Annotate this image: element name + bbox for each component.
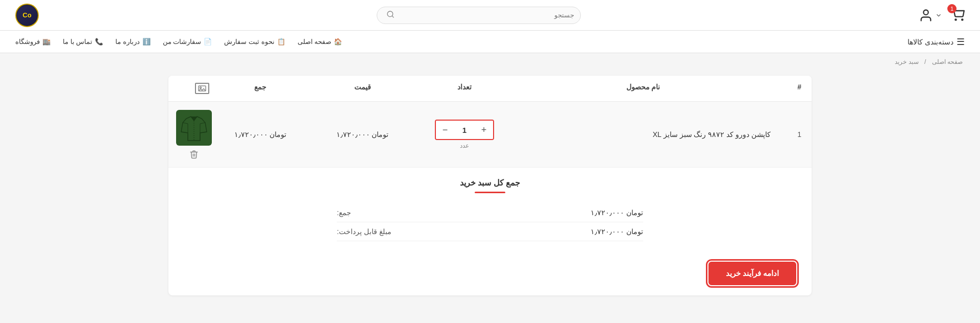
product-name: کاپشن دورو کد ۹۸۷۲ رنگ سبز سایز XL <box>653 129 771 140</box>
user-menu[interactable] <box>919 8 942 22</box>
jacket-svg <box>179 112 209 143</box>
svg-point-0 <box>955 19 956 20</box>
cart-badge: 1 <box>947 4 957 13</box>
quantity-control: + − عدد <box>413 120 516 149</box>
nav-links: 🏠 صفحه اصلی 📋 نحوه ثبت سفارش 📄 سفارشات م… <box>15 38 342 45</box>
cart-table: # نام محصول تعداد قیمت جمع 1 کاپشن دورو … <box>168 76 812 295</box>
categories-label: دسته‌بندی کالاها <box>908 38 953 46</box>
chevron-down-icon <box>935 12 942 19</box>
main-content: # نام محصول تعداد قیمت جمع 1 کاپشن دورو … <box>153 71 827 311</box>
clipboard-icon: 📋 <box>277 38 285 45</box>
col-name: نام محصول <box>516 83 771 94</box>
user-icon <box>919 8 933 22</box>
search-icon[interactable] <box>386 10 395 20</box>
nav-about-label: درباره ما <box>115 38 140 45</box>
nav-contact[interactable]: 📞 تماس با ما <box>63 38 103 45</box>
list-icon: 📄 <box>204 38 212 45</box>
qty-input[interactable] <box>454 126 475 134</box>
summary-divider <box>475 192 505 193</box>
row-number: 1 <box>771 130 801 139</box>
table-header: # نام محصول تعداد قیمت جمع <box>168 76 812 102</box>
payable-label: مبلغ قابل پرداخت: <box>337 227 391 236</box>
nav-store-label: فروشگاه <box>15 38 40 45</box>
svg-point-6 <box>200 87 202 88</box>
nav-store[interactable]: 🏬 فروشگاه <box>15 38 51 45</box>
main-nav: ☰ دسته‌بندی کالاها 🏠 صفحه اصلی 📋 نحوه ثب… <box>0 31 980 53</box>
payable-value: ۱٫۷۲۰٫۰۰۰ تومان <box>591 227 643 236</box>
subtotal-value: ۱٫۷۲۰٫۰۰۰ تومان <box>591 209 643 217</box>
breadcrumb: صفحه اصلی / سبد خرید <box>0 53 980 71</box>
store-icon: 🏬 <box>42 38 51 45</box>
hamburger-icon: ☰ <box>957 36 965 48</box>
phone-icon: 📞 <box>95 38 103 45</box>
product-image-col <box>179 110 209 159</box>
checkout-wrap: ادامه فرآیند خرید <box>168 251 812 295</box>
nav-orders-label: سفارشات من <box>163 38 202 45</box>
cart-summary: جمع کل سبد خرید ۱٫۷۲۰٫۰۰۰ تومان جمع: ۱٫۷… <box>168 168 812 251</box>
nav-home-label: صفحه اصلی <box>298 38 332 45</box>
breadcrumb-separator: / <box>924 58 926 65</box>
nav-about[interactable]: ℹ️ درباره ما <box>115 38 151 45</box>
home-icon: 🏠 <box>334 38 342 45</box>
nav-orders[interactable]: 📄 سفارشات من <box>163 38 212 45</box>
subtotal-row: ۱٫۷۲۰٫۰۰۰ تومان جمع: <box>337 203 643 222</box>
nav-contact-label: تماس با ما <box>63 38 92 45</box>
cart-button[interactable]: 1 <box>950 7 965 23</box>
col-total: جمع <box>209 83 311 94</box>
header-left-actions: 1 <box>919 7 965 23</box>
product-col: کاپشن دورو کد ۹۸۷۲ رنگ سبز سایز XL <box>516 129 771 140</box>
nav-order-registration[interactable]: 📋 نحوه ثبت سفارش <box>224 38 285 45</box>
payable-row: ۱٫۷۲۰٫۰۰۰ تومان مبلغ قابل پرداخت: <box>337 222 643 241</box>
product-price: ۱٫۷۲۰٫۰۰۰ تومان <box>311 130 413 139</box>
search-area <box>377 7 581 24</box>
search-input[interactable] <box>395 11 574 19</box>
product-total: ۱٫۷۲۰٫۰۰۰ تومان <box>209 130 311 139</box>
col-price: قیمت <box>311 83 413 94</box>
logo-area[interactable]: Co <box>15 4 39 27</box>
search-box <box>377 7 581 24</box>
checkout-button[interactable]: ادامه فرآیند خرید <box>708 262 796 285</box>
categories-menu[interactable]: ☰ دسته‌بندی کالاها <box>908 36 965 48</box>
info-icon: ℹ️ <box>142 38 151 45</box>
col-hash: # <box>771 83 801 94</box>
table-row: 1 کاپشن دورو کد ۹۸۷۲ رنگ سبز سایز XL + −… <box>168 102 812 168</box>
delete-button[interactable] <box>189 150 199 159</box>
subtotal-label: جمع: <box>337 209 351 217</box>
col-quantity: تعداد <box>413 83 516 94</box>
image-icon <box>195 83 209 94</box>
nav-home[interactable]: 🏠 صفحه اصلی <box>298 38 342 45</box>
breadcrumb-current: سبد خرید <box>895 58 918 65</box>
nav-order-label: نحوه ثبت سفارش <box>224 38 274 45</box>
summary-title: جمع کل سبد خرید <box>184 178 796 188</box>
svg-line-4 <box>392 16 394 17</box>
summary-rows: ۱٫۷۲۰٫۰۰۰ تومان جمع: ۱٫۷۲۰٫۰۰۰ تومان مبل… <box>337 203 643 241</box>
qty-unit: عدد <box>460 142 469 149</box>
svg-point-2 <box>923 10 928 14</box>
breadcrumb-home[interactable]: صفحه اصلی <box>932 58 963 65</box>
product-image <box>176 110 212 146</box>
qty-minus-button[interactable]: − <box>436 121 454 139</box>
header-top: 1 Co <box>0 0 980 31</box>
qty-plus-button[interactable]: + <box>475 121 493 139</box>
qty-stepper: + − <box>435 120 494 140</box>
logo: Co <box>15 4 39 27</box>
svg-point-1 <box>962 19 963 20</box>
trash-icon <box>189 150 199 159</box>
col-image <box>179 83 209 94</box>
